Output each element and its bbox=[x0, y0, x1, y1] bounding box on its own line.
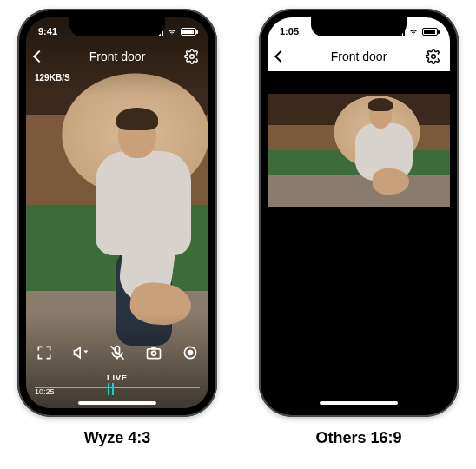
screen: 9:41 Front door bbox=[26, 17, 208, 408]
svg-point-3 bbox=[152, 351, 156, 355]
gear-icon bbox=[426, 49, 441, 64]
phone-others: 1:05 Front door bbox=[259, 9, 459, 417]
mute-button[interactable] bbox=[69, 340, 93, 365]
record-button[interactable] bbox=[178, 340, 202, 365]
screen: 1:05 Front door bbox=[268, 17, 450, 408]
bitrate-label: 129KB/S bbox=[35, 73, 70, 83]
svg-point-0 bbox=[190, 55, 195, 59]
timeline[interactable] bbox=[35, 387, 200, 396]
status-time: 9:41 bbox=[38, 26, 57, 36]
back-button[interactable] bbox=[35, 52, 43, 61]
home-indicator[interactable] bbox=[78, 401, 156, 405]
chevron-left-icon bbox=[33, 50, 45, 63]
live-indicator: LIVE bbox=[26, 368, 208, 384]
header: Front door bbox=[26, 42, 208, 71]
mic-mute-button[interactable] bbox=[105, 340, 129, 365]
mic-muted-icon bbox=[109, 344, 126, 361]
notch bbox=[69, 17, 165, 36]
caption-others: Others 16:9 bbox=[315, 429, 401, 447]
page-title: Front door bbox=[331, 50, 387, 63]
caption-wyze: Wyze 4:3 bbox=[84, 429, 151, 447]
settings-button[interactable] bbox=[184, 49, 200, 64]
svg-point-5 bbox=[188, 351, 193, 355]
snapshot-button[interactable] bbox=[142, 340, 166, 365]
home-indicator[interactable] bbox=[320, 401, 398, 405]
svg-point-6 bbox=[432, 55, 436, 59]
wifi-icon bbox=[408, 28, 419, 36]
gear-icon bbox=[184, 49, 200, 64]
notch bbox=[311, 17, 407, 36]
timeline-time: 10:25 bbox=[35, 387, 55, 396]
speaker-muted-icon bbox=[72, 344, 89, 361]
fullscreen-button[interactable] bbox=[32, 340, 56, 365]
camera-icon bbox=[145, 344, 162, 361]
camera-feed[interactable] bbox=[268, 94, 450, 207]
battery-icon bbox=[181, 28, 196, 36]
back-button[interactable] bbox=[276, 52, 285, 61]
page-title: Front door bbox=[89, 50, 146, 63]
wifi-icon bbox=[167, 28, 177, 36]
fullscreen-icon bbox=[36, 344, 53, 361]
header: Front door bbox=[268, 42, 450, 71]
record-icon bbox=[182, 344, 199, 361]
settings-button[interactable] bbox=[426, 49, 441, 64]
svg-rect-2 bbox=[148, 349, 161, 359]
phone-wyze: 9:41 Front door bbox=[17, 9, 217, 417]
player-controls bbox=[26, 335, 208, 370]
battery-icon bbox=[422, 28, 438, 36]
chevron-left-icon bbox=[274, 50, 287, 63]
status-time: 1:05 bbox=[280, 26, 299, 36]
